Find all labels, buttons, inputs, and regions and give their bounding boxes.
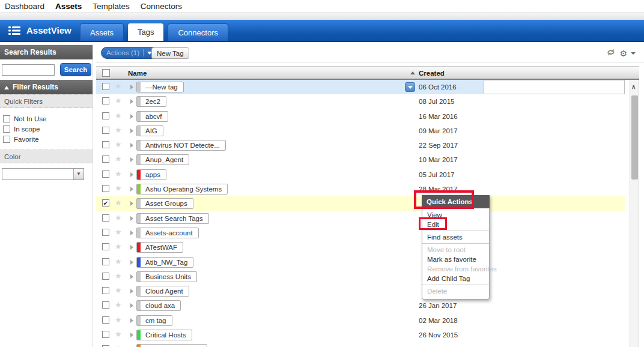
expand-caret-icon[interactable] bbox=[130, 303, 133, 308]
tag-chip[interactable]: Asset Groups bbox=[136, 198, 193, 209]
filter-results-header[interactable]: Filter Results bbox=[0, 80, 93, 94]
expand-caret-icon[interactable] bbox=[130, 143, 133, 148]
row-checkbox[interactable] bbox=[102, 316, 109, 324]
vertical-scrollbar[interactable]: ∧ bbox=[630, 80, 639, 347]
favorite-star-icon[interactable]: ★ bbox=[115, 271, 122, 280]
menu-item-mark-as-favorite[interactable]: Mark as favorite bbox=[422, 255, 489, 264]
table-row[interactable]: ★ Asset Groups bbox=[96, 196, 625, 211]
refresh-icon[interactable] bbox=[606, 48, 616, 59]
tag-chip[interactable]: cm tag bbox=[136, 315, 172, 326]
table-row[interactable]: ★ Atib_NW_Tag bbox=[96, 255, 625, 270]
row-actions-dropdown-button[interactable] bbox=[405, 82, 415, 92]
favorite-star-icon[interactable]: ★ bbox=[115, 140, 122, 149]
row-checkbox[interactable] bbox=[102, 155, 109, 163]
search-button[interactable]: Search bbox=[60, 63, 91, 76]
favorite-star-icon[interactable]: ★ bbox=[115, 257, 122, 266]
favorite-star-icon[interactable]: ★ bbox=[115, 213, 122, 222]
expand-caret-icon[interactable] bbox=[130, 172, 133, 177]
top-nav-dashboard[interactable]: Dashboard bbox=[5, 2, 44, 11]
favorite-star-icon[interactable]: ★ bbox=[115, 344, 122, 347]
filter-checkbox-in-scope[interactable]: In scope bbox=[3, 124, 93, 133]
expand-caret-icon[interactable] bbox=[130, 318, 133, 323]
favorite-star-icon[interactable]: ★ bbox=[115, 198, 122, 207]
expand-caret-icon[interactable] bbox=[130, 187, 133, 192]
search-input[interactable] bbox=[2, 64, 55, 76]
row-checkbox[interactable] bbox=[102, 112, 109, 119]
checkbox[interactable] bbox=[3, 115, 10, 122]
checkbox[interactable] bbox=[3, 136, 10, 143]
favorite-star-icon[interactable]: ★ bbox=[115, 300, 122, 309]
table-row[interactable]: ★ AIG 09 Mar 2017 bbox=[96, 124, 625, 138]
expand-caret-icon[interactable] bbox=[130, 157, 133, 162]
expand-caret-icon[interactable] bbox=[130, 201, 133, 206]
tag-chip[interactable]: Asset Search Tags bbox=[136, 213, 209, 224]
chevron-down-icon[interactable]: ▼ bbox=[73, 169, 84, 180]
tag-chip[interactable]: cloud axa bbox=[136, 300, 181, 311]
tag-chip[interactable]: ATestWAF bbox=[136, 242, 183, 253]
top-nav-connectors[interactable]: Connectors bbox=[141, 2, 182, 11]
expand-caret-icon[interactable] bbox=[130, 231, 133, 235]
scroll-up-icon[interactable]: ∧ bbox=[631, 83, 636, 90]
row-checkbox[interactable] bbox=[102, 141, 109, 148]
favorite-star-icon[interactable]: ★ bbox=[115, 315, 122, 324]
favorite-star-icon[interactable]: ★ bbox=[115, 169, 122, 178]
expand-caret-icon[interactable] bbox=[130, 216, 133, 221]
table-row[interactable]: ★ Anup_Agent 10 Mar 2017 bbox=[96, 152, 625, 167]
module-list-icon[interactable] bbox=[8, 26, 20, 38]
row-checkbox[interactable] bbox=[102, 331, 109, 338]
menu-item-view[interactable]: View bbox=[422, 210, 489, 220]
row-checkbox[interactable] bbox=[102, 185, 109, 192]
favorite-star-icon[interactable]: ★ bbox=[115, 154, 122, 163]
expand-caret-icon[interactable] bbox=[130, 99, 133, 104]
tab-tags[interactable]: Tags bbox=[128, 23, 163, 41]
table-row[interactable]: ★ Ashu Operating Systems 28 Mar 2017 bbox=[96, 182, 625, 196]
top-nav-assets[interactable]: Assets bbox=[55, 2, 82, 11]
color-dropdown[interactable]: ▼ bbox=[2, 168, 84, 180]
expand-caret-icon[interactable] bbox=[130, 260, 133, 265]
filter-checkbox-favorite[interactable]: Favorite bbox=[3, 134, 93, 143]
tag-chip[interactable]: Atib_NW_Tag bbox=[136, 257, 193, 268]
favorite-star-icon[interactable]: ★ bbox=[115, 111, 122, 120]
gear-icon[interactable]: ⚙ bbox=[619, 49, 627, 58]
chevron-down-icon[interactable] bbox=[631, 52, 636, 55]
table-row[interactable]: ★ cloud axa 26 Jan 2017 bbox=[96, 298, 625, 313]
actions-dropdown-button[interactable]: Actions (1) bbox=[101, 47, 157, 59]
column-header-created[interactable]: Created bbox=[419, 70, 445, 77]
favorite-star-icon[interactable]: ★ bbox=[115, 96, 122, 105]
tag-chip[interactable]: ---New tag bbox=[136, 82, 184, 92]
top-nav-templates[interactable]: Templates bbox=[93, 2, 130, 11]
favorite-star-icon[interactable]: ★ bbox=[115, 125, 122, 134]
scrollbar-thumb[interactable] bbox=[631, 95, 638, 180]
tag-chip[interactable]: Critical Hosts_sha bbox=[136, 344, 207, 347]
table-row[interactable]: ★ Asset Search Tags bbox=[96, 211, 625, 226]
table-row[interactable]: ★ Assets-account bbox=[96, 226, 625, 240]
filter-checkbox-not-in-use[interactable]: Not In Use bbox=[3, 114, 93, 123]
tag-chip[interactable]: 2ec2 bbox=[136, 96, 166, 107]
row-checkbox[interactable] bbox=[102, 301, 109, 309]
expand-caret-icon[interactable] bbox=[130, 289, 133, 294]
tab-connectors[interactable]: Connectors bbox=[168, 23, 228, 41]
row-checkbox[interactable] bbox=[102, 170, 109, 178]
favorite-star-icon[interactable]: ★ bbox=[115, 286, 122, 295]
row-checkbox[interactable] bbox=[102, 287, 109, 294]
expand-caret-icon[interactable] bbox=[130, 114, 133, 119]
expand-caret-icon[interactable] bbox=[130, 85, 133, 89]
tag-chip[interactable]: AIG bbox=[136, 125, 163, 136]
tag-chip[interactable]: abcvf bbox=[136, 111, 168, 122]
row-checkbox[interactable] bbox=[102, 199, 109, 207]
row-checkbox[interactable] bbox=[102, 97, 109, 104]
new-tag-button[interactable]: New Tag bbox=[151, 47, 189, 59]
menu-item-add-child-tag[interactable]: Add Child Tag bbox=[422, 274, 489, 283]
menu-item-find-assets[interactable]: Find assets bbox=[422, 232, 489, 242]
tab-assets[interactable]: Assets bbox=[80, 23, 124, 41]
row-checkbox[interactable] bbox=[102, 243, 109, 250]
checkbox[interactable] bbox=[3, 125, 10, 133]
row-checkbox[interactable] bbox=[102, 229, 109, 236]
favorite-star-icon[interactable]: ★ bbox=[115, 228, 122, 237]
tag-chip[interactable]: Antivirus NOT Detecte... bbox=[136, 140, 226, 151]
tag-chip[interactable]: Anup_Agent bbox=[136, 154, 189, 165]
menu-item-edit[interactable]: Edit bbox=[422, 220, 489, 229]
select-all-checkbox[interactable] bbox=[102, 69, 110, 77]
favorite-star-icon[interactable]: ★ bbox=[115, 330, 122, 339]
table-row[interactable]: ★ cm tag 02 Mar 2018 bbox=[96, 313, 625, 328]
